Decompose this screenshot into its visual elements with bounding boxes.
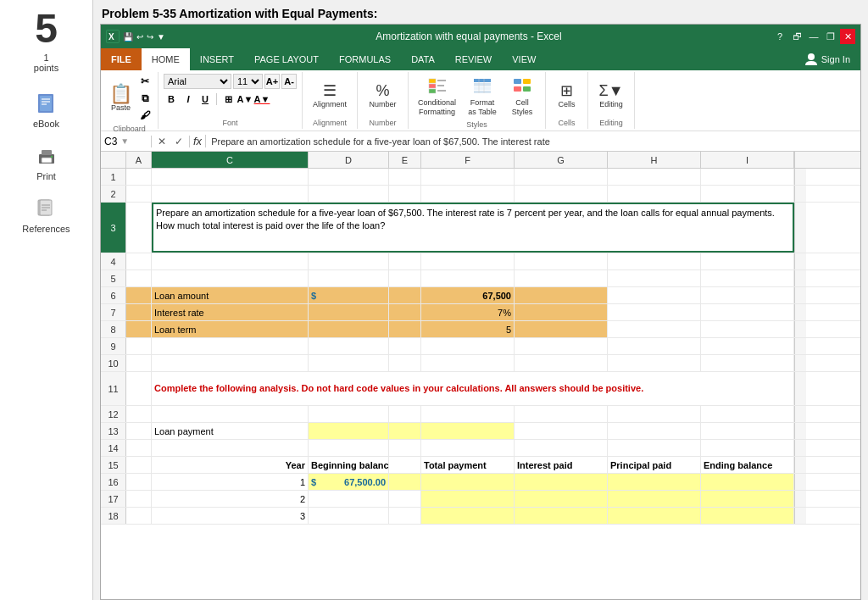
editing-button[interactable]: Σ▼ Editing: [596, 81, 627, 111]
cell-I9[interactable]: [701, 338, 794, 354]
cut-button[interactable]: ✂: [137, 74, 153, 89]
cell-F16[interactable]: [421, 474, 515, 490]
cell-I16[interactable]: [701, 474, 794, 490]
cell-I2[interactable]: [701, 186, 794, 202]
cell-C13[interactable]: Loan payment: [152, 423, 309, 439]
alignment-button[interactable]: ☰ Alignment: [309, 80, 350, 111]
cell-G15[interactable]: Interest paid: [515, 457, 608, 473]
cell-D13[interactable]: [309, 423, 389, 439]
cell-H9[interactable]: [608, 338, 701, 354]
cell-A11[interactable]: [126, 372, 152, 405]
sidebar-item-ebook[interactable]: eBook: [33, 90, 60, 129]
cell-C16[interactable]: 1: [152, 474, 309, 490]
tab-data[interactable]: DATA: [401, 48, 445, 70]
tab-home[interactable]: HOME: [142, 48, 190, 70]
cell-G6[interactable]: [515, 287, 608, 303]
cell-A10[interactable]: [126, 355, 152, 371]
cell-E13[interactable]: [389, 423, 421, 439]
cell-H6[interactable]: [608, 287, 701, 303]
cell-H12[interactable]: [608, 406, 701, 422]
cell-F10[interactable]: [421, 355, 515, 371]
cell-I18[interactable]: [701, 508, 794, 524]
cell-I4[interactable]: [701, 253, 794, 269]
sign-in-button[interactable]: Sign In: [794, 48, 860, 70]
cell-F7[interactable]: 7%: [421, 304, 515, 320]
cell-I13[interactable]: [701, 423, 794, 439]
cell-I15[interactable]: Ending balance: [701, 457, 794, 473]
cell-I5[interactable]: [701, 270, 794, 286]
tab-file[interactable]: FILE: [101, 48, 142, 70]
cell-C2[interactable]: [152, 186, 309, 202]
cell-A9[interactable]: [126, 338, 152, 354]
cell-G5[interactable]: [515, 270, 608, 286]
cell-F9[interactable]: [421, 338, 515, 354]
sidebar-item-references[interactable]: References: [22, 195, 70, 234]
cell-I12[interactable]: [701, 406, 794, 422]
tab-view[interactable]: VIEW: [502, 48, 546, 70]
restore-button[interactable]: 🗗: [789, 29, 804, 44]
cell-C7[interactable]: Interest rate: [152, 304, 309, 320]
cell-I1[interactable]: [701, 169, 794, 185]
cell-A15[interactable]: [126, 457, 152, 473]
cell-C14[interactable]: [152, 440, 309, 456]
cell-D17[interactable]: [309, 491, 389, 507]
confirm-formula-button[interactable]: ✓: [172, 136, 186, 147]
cell-D14[interactable]: [309, 440, 389, 456]
cell-D15[interactable]: Beginning balance: [309, 457, 389, 473]
close-button[interactable]: ✕: [840, 29, 855, 44]
cell-E7[interactable]: [389, 304, 421, 320]
cell-H2[interactable]: [608, 186, 701, 202]
format-as-table-button[interactable]: Format as Table: [462, 74, 503, 119]
help-button[interactable]: ?: [772, 29, 787, 44]
cell-A4[interactable]: [126, 253, 152, 269]
cell-D5[interactable]: [309, 270, 389, 286]
cell-E10[interactable]: [389, 355, 421, 371]
borders-button[interactable]: ⊞: [220, 92, 236, 107]
cell-C4[interactable]: [152, 253, 309, 269]
cell-E5[interactable]: [389, 270, 421, 286]
tab-page-layout[interactable]: PAGE LAYOUT: [244, 48, 329, 70]
cell-D12[interactable]: [309, 406, 389, 422]
cell-H18[interactable]: [608, 508, 701, 524]
paste-button[interactable]: 📋 Paste: [106, 83, 136, 114]
cell-F15[interactable]: Total payment: [421, 457, 515, 473]
cell-I8[interactable]: [701, 321, 794, 337]
cell-C1[interactable]: [152, 169, 309, 185]
cell-F12[interactable]: [421, 406, 515, 422]
cell-G1[interactable]: [515, 169, 608, 185]
cell-C6[interactable]: Loan amount: [152, 287, 309, 303]
cell-E4[interactable]: [389, 253, 421, 269]
cell-G9[interactable]: [515, 338, 608, 354]
cell-D9[interactable]: [309, 338, 389, 354]
save-icon[interactable]: 💾: [123, 32, 133, 42]
cell-C11[interactable]: Complete the following analysis. Do not …: [152, 372, 794, 405]
cell-C10[interactable]: [152, 355, 309, 371]
tab-insert[interactable]: INSERT: [190, 48, 244, 70]
cell-D4[interactable]: [309, 253, 389, 269]
copy-button[interactable]: ⧉: [137, 91, 153, 106]
cell-A7[interactable]: [126, 304, 152, 320]
cell-I17[interactable]: [701, 491, 794, 507]
cell-A13[interactable]: [126, 423, 152, 439]
cell-H4[interactable]: [608, 253, 701, 269]
cell-F1[interactable]: [421, 169, 515, 185]
cell-H8[interactable]: [608, 321, 701, 337]
maximize-button[interactable]: ❐: [823, 29, 838, 44]
cell-A14[interactable]: [126, 440, 152, 456]
cancel-formula-button[interactable]: ✕: [155, 136, 169, 147]
cell-H16[interactable]: [608, 474, 701, 490]
cell-C15[interactable]: Year: [152, 457, 309, 473]
cell-I10[interactable]: [701, 355, 794, 371]
cell-F2[interactable]: [421, 186, 515, 202]
cell-F8[interactable]: 5: [421, 321, 515, 337]
cell-styles-button[interactable]: Cell Styles: [504, 74, 540, 119]
cell-G16[interactable]: [515, 474, 608, 490]
cell-D18[interactable]: [309, 508, 389, 524]
cells-button[interactable]: ⊞ Cells: [554, 80, 578, 111]
cell-E15[interactable]: [389, 457, 421, 473]
cell-I14[interactable]: [701, 440, 794, 456]
cell-G4[interactable]: [515, 253, 608, 269]
cell-A12[interactable]: [126, 406, 152, 422]
cell-H14[interactable]: [608, 440, 701, 456]
cell-A17[interactable]: [126, 491, 152, 507]
